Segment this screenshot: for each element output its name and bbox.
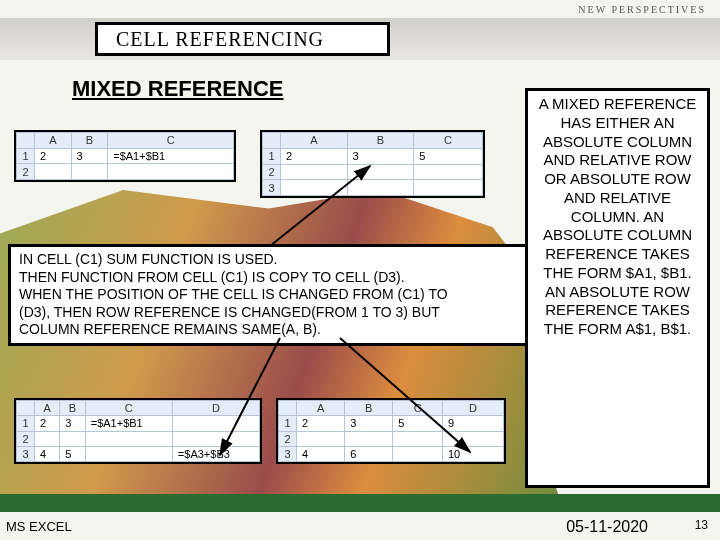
explain-line-3: WHEN THE POSITION OF THE CELL IS CHANGED… [19,286,529,304]
explain-line-4: (D3), THEN ROW REFERENCE IS CHANGED(FROM… [19,304,529,322]
explain-line-1: IN CELL (C1) SUM FUNCTION IS USED. [19,251,529,269]
footer-page-number: 13 [695,518,708,532]
footer-date: 05-11-2020 [566,518,648,536]
spreadsheet-4: A B C D 1 2 3 5 9 2 3 4 6 10 [276,398,506,464]
spreadsheet-3: A B C D 1 2 3 =$A1+$B1 2 3 4 5 =$A3+$B3 [14,398,262,464]
spreadsheet-2: A B C 1 2 3 5 2 3 [260,130,485,198]
spreadsheet-1: A B C 1 2 3 =$A1+$B1 2 [14,130,236,182]
side-explanation: A MIXED REFERENCE HAS EITHER AN ABSOLUTE… [525,88,710,488]
footer-source: MS EXCEL [6,519,72,534]
explain-line-2: THEN FUNCTION FROM CELL (C1) IS COPY TO … [19,269,529,287]
explain-line-5: COLUMN REFERENCE REMAINS SAME(A, B). [19,321,529,339]
brand-label: NEW PERSPECTIVES [578,4,706,15]
explain-box: IN CELL (C1) SUM FUNCTION IS USED. THEN … [8,244,540,346]
title-text: CELL REFERENCING [116,28,324,51]
title-box: CELL REFERENCING [95,22,390,56]
subtitle: MIXED REFERENCE [72,76,283,102]
